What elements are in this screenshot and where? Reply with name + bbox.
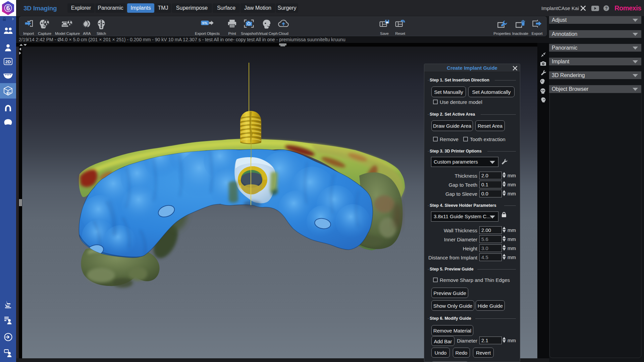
svg-text:STL: STL (202, 21, 208, 25)
svg-text:3: 3 (6, 91, 8, 95)
svg-text:?: ? (605, 6, 608, 11)
svg-text:2D: 2D (5, 59, 11, 64)
svg-text:6: 6 (6, 4, 10, 12)
svg-text:D: D (9, 91, 11, 95)
